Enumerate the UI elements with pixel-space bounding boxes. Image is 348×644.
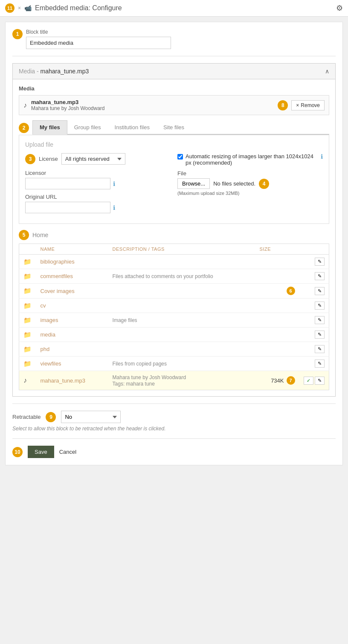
media-file-desc: Mahara tune by Josh Woodward — [31, 105, 105, 111]
auto-resize-label: Automatic resizing of images larger than… — [186, 153, 318, 166]
file-desc-cell: Mahara tune by Josh WoodwardTags: mahara… — [108, 371, 255, 390]
file-size-cell — [255, 313, 299, 328]
file-size-cell — [255, 357, 299, 371]
tab-number-badge: 11 — [5, 3, 14, 13]
file-actions-cell: ✎ — [299, 284, 329, 299]
step-3-badge: 3 — [25, 154, 35, 164]
file-desc-cell — [108, 299, 255, 313]
auto-resize-info-icon[interactable]: ℹ — [321, 153, 323, 160]
original-url-input[interactable] — [25, 202, 110, 213]
step-5-badge: 5 — [19, 230, 29, 240]
licensor-input[interactable] — [25, 178, 110, 189]
file-type-icon: 📁 — [19, 269, 36, 284]
col-icon — [19, 244, 36, 255]
step-badge-6: 6 — [287, 287, 295, 295]
edit-file-button[interactable]: ✎ — [315, 272, 325, 280]
file-name-cell[interactable]: mahara_tune.mp3 — [36, 371, 108, 390]
file-type-icon: ♪ — [19, 371, 36, 390]
col-desc: DESCRIPTION / TAGS — [108, 244, 255, 255]
collapse-icon: ∧ — [325, 68, 329, 75]
upload-section: Upload file 3 License All rights reserve… — [19, 135, 329, 224]
block-title-section: 1 Block title — [12, 29, 336, 49]
close-icon[interactable]: × — [18, 5, 21, 11]
license-select[interactable]: All rights reserved Creative Commons Pub… — [61, 153, 125, 165]
tab-group-files[interactable]: Group files — [67, 120, 108, 134]
step-badge-7: 7 — [287, 376, 295, 385]
step-2-badge: 2 — [19, 123, 29, 133]
file-desc-cell — [108, 284, 255, 299]
action-buttons: ✓✎ — [304, 377, 325, 385]
licensor-info-icon[interactable]: ℹ — [113, 180, 115, 187]
media-section: Media - mahara_tune.mp3 ∧ Media ♪ mahara… — [12, 63, 336, 397]
file-actions-cell: ✎ — [299, 313, 329, 328]
cancel-link[interactable]: Cancel — [59, 449, 76, 455]
table-row: 📁viewfilesFiles from copied pages✎ — [19, 357, 329, 371]
file-name-cell[interactable]: phd — [36, 342, 108, 357]
action-buttons: ✎ — [304, 302, 325, 310]
bottom-buttons: 10 Save Cancel — [12, 446, 336, 458]
action-buttons: ✎ — [304, 287, 325, 295]
remove-button[interactable]: × Remove — [291, 100, 325, 110]
retractable-hint: Select to allow this block to be retract… — [12, 426, 336, 432]
file-name-cell[interactable]: images — [36, 313, 108, 328]
original-url-info-icon[interactable]: ℹ — [113, 204, 115, 211]
step-9-badge: 9 — [46, 412, 56, 422]
file-type-icon: 📁 — [19, 313, 36, 328]
step-10-badge: 10 — [12, 447, 23, 457]
browse-button[interactable]: Browse... — [177, 178, 210, 189]
action-buttons: ✎ — [304, 360, 325, 368]
retractable-select[interactable]: No Yes Auto — [61, 411, 121, 423]
file-name-cell[interactable]: Cover images — [36, 284, 108, 299]
step-4-badge: 4 — [259, 179, 269, 189]
file-type-icon: 📁 — [19, 357, 36, 371]
table-row: 📁Cover images6✎ — [19, 284, 329, 299]
file-type-icon: 📁 — [19, 299, 36, 313]
edit-file-button[interactable]: ✎ — [315, 345, 325, 353]
block-title-input[interactable] — [26, 37, 171, 49]
edit-file-button[interactable]: ✎ — [315, 316, 325, 324]
file-type-icon: 📁 — [19, 255, 36, 269]
action-buttons: ✎ — [304, 258, 325, 266]
save-button[interactable]: Save — [28, 446, 54, 458]
file-name-cell[interactable]: viewfiles — [36, 357, 108, 371]
tab-site-files[interactable]: Site files — [157, 120, 191, 134]
file-type-icon: 📁 — [19, 284, 36, 299]
retractable-label: Retractable — [12, 414, 41, 420]
select-file-button[interactable]: ✓ — [304, 377, 313, 385]
page-header: 11 × 📹 Embedded media: Configure ⚙ — [0, 0, 348, 17]
action-buttons: ✎ — [304, 272, 325, 280]
edit-file-button[interactable]: ✎ — [315, 377, 325, 385]
col-actions — [299, 244, 329, 255]
file-size-cell — [255, 255, 299, 269]
file-upload-field: File Browse... No files selected. 4 (Max… — [177, 170, 323, 196]
gear-icon[interactable]: ⚙ — [336, 3, 343, 13]
table-row: 📁imagesImage files✎ — [19, 313, 329, 328]
file-name-cell[interactable]: bibliographies — [36, 255, 108, 269]
edit-file-button[interactable]: ✎ — [315, 258, 325, 266]
edit-file-button[interactable]: ✎ — [315, 287, 325, 295]
file-actions-cell: ✎ — [299, 342, 329, 357]
auto-resize-checkbox[interactable] — [177, 154, 183, 160]
file-desc-cell: Files attached to comments on your portf… — [108, 269, 255, 284]
step-8-badge: 8 — [278, 100, 288, 110]
edit-file-button[interactable]: ✎ — [315, 360, 325, 368]
main-content: 1 Block title Media - mahara_tune.mp3 ∧ … — [5, 22, 343, 465]
edit-file-button[interactable]: ✎ — [315, 302, 325, 310]
col-size: SIZE — [255, 244, 299, 255]
edit-file-button[interactable]: ✎ — [315, 331, 325, 339]
max-size-text: (Maximum upload size 32MB) — [177, 191, 323, 196]
media-section-header[interactable]: Media - mahara_tune.mp3 ∧ — [13, 64, 335, 79]
file-actions-cell: ✎ — [299, 357, 329, 371]
tab-institution-files[interactable]: Institution files — [108, 120, 157, 134]
file-desc-cell: Image files — [108, 313, 255, 328]
file-name-cell[interactable]: media — [36, 328, 108, 342]
file-size-cell: 6 — [255, 284, 299, 299]
tab-my-files[interactable]: My files — [32, 120, 67, 135]
file-name-cell[interactable]: cv — [36, 299, 108, 313]
file-size-cell — [255, 342, 299, 357]
file-desc-cell: Files from copied pages — [108, 357, 255, 371]
action-buttons: ✎ — [304, 316, 325, 324]
file-size-cell — [255, 328, 299, 342]
file-name-cell[interactable]: commentfiles — [36, 269, 108, 284]
step-1-badge: 1 — [12, 29, 23, 39]
